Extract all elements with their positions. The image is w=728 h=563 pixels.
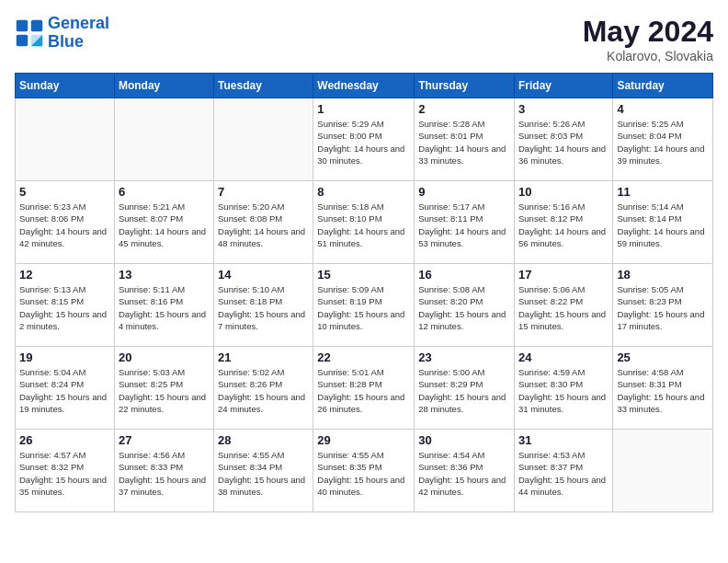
day-number: 5 (19, 185, 110, 199)
calendar-cell: 13Sunrise: 5:11 AM Sunset: 8:16 PM Dayli… (114, 264, 213, 347)
day-info: Sunrise: 5:20 AM Sunset: 8:08 PM Dayligh… (218, 201, 309, 249)
day-number: 8 (317, 185, 410, 199)
day-number: 6 (119, 185, 210, 199)
month-title: May 2024 (583, 15, 713, 49)
weekday-header-sunday: Sunday (16, 74, 115, 98)
svg-rect-4 (31, 35, 42, 46)
day-number: 28 (218, 433, 309, 447)
day-info: Sunrise: 4:55 AM Sunset: 8:34 PM Dayligh… (218, 449, 309, 498)
weekday-header-tuesday: Tuesday (214, 74, 313, 98)
day-info: Sunrise: 4:59 AM Sunset: 8:30 PM Dayligh… (518, 366, 609, 415)
day-info: Sunrise: 5:21 AM Sunset: 8:07 PM Dayligh… (119, 201, 210, 249)
calendar-table: SundayMondayTuesdayWednesdayThursdayFrid… (15, 73, 713, 512)
day-number: 12 (19, 268, 110, 282)
day-info: Sunrise: 5:01 AM Sunset: 8:28 PM Dayligh… (317, 366, 410, 415)
day-info: Sunrise: 5:16 AM Sunset: 8:12 PM Dayligh… (518, 201, 609, 249)
calendar-cell: 1Sunrise: 5:29 AM Sunset: 8:00 PM Daylig… (313, 98, 415, 181)
calendar-cell: 18Sunrise: 5:05 AM Sunset: 8:23 PM Dayli… (613, 264, 713, 347)
calendar-cell: 9Sunrise: 5:17 AM Sunset: 8:11 PM Daylig… (415, 181, 515, 264)
calendar-cell: 6Sunrise: 5:21 AM Sunset: 8:07 PM Daylig… (114, 181, 213, 264)
calendar-cell: 29Sunrise: 4:55 AM Sunset: 8:35 PM Dayli… (313, 430, 415, 512)
day-number: 10 (518, 185, 609, 199)
day-info: Sunrise: 5:00 AM Sunset: 8:29 PM Dayligh… (418, 366, 510, 415)
calendar-cell (214, 98, 313, 181)
calendar-cell: 21Sunrise: 5:02 AM Sunset: 8:26 PM Dayli… (214, 347, 313, 430)
day-info: Sunrise: 4:56 AM Sunset: 8:33 PM Dayligh… (119, 449, 210, 498)
calendar-cell: 28Sunrise: 4:55 AM Sunset: 8:34 PM Dayli… (214, 430, 313, 512)
day-info: Sunrise: 5:26 AM Sunset: 8:03 PM Dayligh… (518, 118, 609, 167)
calendar-cell: 11Sunrise: 5:14 AM Sunset: 8:14 PM Dayli… (613, 181, 713, 264)
day-number: 15 (317, 268, 410, 282)
day-info: Sunrise: 5:18 AM Sunset: 8:10 PM Dayligh… (317, 201, 410, 249)
day-info: Sunrise: 4:54 AM Sunset: 8:36 PM Dayligh… (418, 449, 510, 498)
day-info: Sunrise: 5:05 AM Sunset: 8:23 PM Dayligh… (617, 283, 709, 332)
calendar-cell: 7Sunrise: 5:20 AM Sunset: 8:08 PM Daylig… (214, 181, 313, 264)
weekday-header-thursday: Thursday (415, 74, 515, 98)
day-info: Sunrise: 4:55 AM Sunset: 8:35 PM Dayligh… (317, 449, 410, 498)
day-number: 3 (518, 102, 609, 116)
svg-rect-1 (31, 20, 42, 31)
calendar-cell: 10Sunrise: 5:16 AM Sunset: 8:12 PM Dayli… (514, 181, 612, 264)
day-number: 24 (518, 350, 609, 364)
weekday-header-monday: Monday (114, 74, 213, 98)
day-number: 20 (119, 350, 210, 364)
day-info: Sunrise: 4:57 AM Sunset: 8:32 PM Dayligh… (19, 449, 110, 498)
day-info: Sunrise: 5:11 AM Sunset: 8:16 PM Dayligh… (119, 283, 210, 332)
day-info: Sunrise: 5:02 AM Sunset: 8:26 PM Dayligh… (218, 366, 309, 415)
day-info: Sunrise: 5:09 AM Sunset: 8:19 PM Dayligh… (317, 283, 410, 332)
page-header: General Blue May 2024 Kolarovo, Slovakia (15, 15, 713, 63)
day-number: 7 (218, 185, 309, 199)
day-info: Sunrise: 5:13 AM Sunset: 8:15 PM Dayligh… (19, 283, 110, 332)
calendar-cell: 24Sunrise: 4:59 AM Sunset: 8:30 PM Dayli… (514, 347, 612, 430)
weekday-header-row: SundayMondayTuesdayWednesdayThursdayFrid… (16, 74, 713, 98)
day-info: Sunrise: 4:53 AM Sunset: 8:37 PM Dayligh… (518, 449, 609, 498)
day-number: 13 (119, 268, 210, 282)
calendar-cell: 27Sunrise: 4:56 AM Sunset: 8:33 PM Dayli… (114, 430, 213, 512)
day-number: 22 (317, 350, 410, 364)
svg-rect-2 (17, 35, 28, 46)
calendar-cell: 5Sunrise: 5:23 AM Sunset: 8:06 PM Daylig… (16, 181, 115, 264)
calendar-cell (613, 430, 713, 512)
day-info: Sunrise: 5:29 AM Sunset: 8:00 PM Dayligh… (317, 118, 410, 167)
logo: General Blue (15, 15, 109, 52)
day-info: Sunrise: 5:10 AM Sunset: 8:18 PM Dayligh… (218, 283, 309, 332)
calendar-cell: 23Sunrise: 5:00 AM Sunset: 8:29 PM Dayli… (415, 347, 515, 430)
logo-text: General Blue (48, 15, 109, 52)
day-number: 14 (218, 268, 309, 282)
day-info: Sunrise: 5:17 AM Sunset: 8:11 PM Dayligh… (418, 201, 510, 249)
day-number: 11 (617, 185, 709, 199)
svg-rect-0 (17, 20, 28, 31)
day-info: Sunrise: 5:25 AM Sunset: 8:04 PM Dayligh… (617, 118, 709, 167)
day-info: Sunrise: 5:06 AM Sunset: 8:22 PM Dayligh… (518, 283, 609, 332)
day-number: 29 (317, 433, 410, 447)
calendar-cell: 19Sunrise: 5:04 AM Sunset: 8:24 PM Dayli… (16, 347, 115, 430)
calendar-cell: 4Sunrise: 5:25 AM Sunset: 8:04 PM Daylig… (613, 98, 713, 181)
day-number: 31 (518, 433, 609, 447)
calendar-cell (16, 98, 115, 181)
calendar-cell: 14Sunrise: 5:10 AM Sunset: 8:18 PM Dayli… (214, 264, 313, 347)
day-number: 17 (518, 268, 609, 282)
calendar-cell: 30Sunrise: 4:54 AM Sunset: 8:36 PM Dayli… (415, 430, 515, 512)
calendar-cell: 8Sunrise: 5:18 AM Sunset: 8:10 PM Daylig… (313, 181, 415, 264)
location: Kolarovo, Slovakia (583, 49, 713, 63)
calendar-cell: 16Sunrise: 5:08 AM Sunset: 8:20 PM Dayli… (415, 264, 515, 347)
day-number: 18 (617, 268, 709, 282)
day-number: 23 (418, 350, 510, 364)
title-block: May 2024 Kolarovo, Slovakia (583, 15, 713, 63)
day-info: Sunrise: 5:28 AM Sunset: 8:01 PM Dayligh… (418, 118, 510, 167)
day-number: 16 (418, 268, 510, 282)
day-info: Sunrise: 5:14 AM Sunset: 8:14 PM Dayligh… (617, 201, 709, 249)
logo-icon (15, 18, 44, 48)
calendar-week-row: 5Sunrise: 5:23 AM Sunset: 8:06 PM Daylig… (16, 181, 713, 264)
calendar-cell: 31Sunrise: 4:53 AM Sunset: 8:37 PM Dayli… (514, 430, 612, 512)
day-info: Sunrise: 5:03 AM Sunset: 8:25 PM Dayligh… (119, 366, 210, 415)
day-number: 19 (19, 350, 110, 364)
day-number: 2 (418, 102, 510, 116)
calendar-cell: 26Sunrise: 4:57 AM Sunset: 8:32 PM Dayli… (16, 430, 115, 512)
calendar-cell: 2Sunrise: 5:28 AM Sunset: 8:01 PM Daylig… (415, 98, 515, 181)
calendar-week-row: 1Sunrise: 5:29 AM Sunset: 8:00 PM Daylig… (16, 98, 713, 181)
day-number: 26 (19, 433, 110, 447)
day-number: 4 (617, 102, 709, 116)
day-info: Sunrise: 5:04 AM Sunset: 8:24 PM Dayligh… (19, 366, 110, 415)
day-number: 9 (418, 185, 510, 199)
